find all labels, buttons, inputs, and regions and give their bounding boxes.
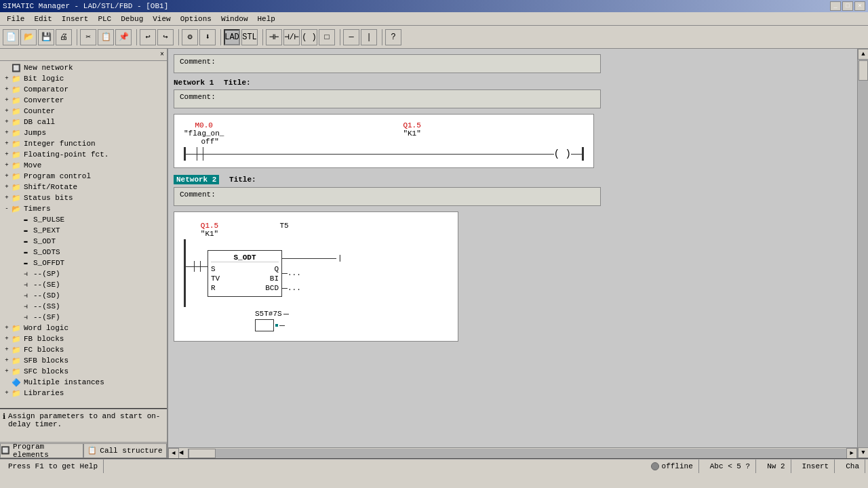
ncontact-button[interactable]: ⊣/⊢ [283, 29, 300, 45]
help-button[interactable]: ? [385, 29, 401, 45]
sidebar-item-shift-rotate[interactable]: + 📁 Shift/Rotate [1, 182, 165, 192]
menu-window[interactable]: Window [217, 14, 252, 24]
horizontal-scrollbar[interactable]: ◄ ◄ ► [168, 447, 857, 458]
bcd-wire [282, 288, 288, 289]
sidebar-item-se[interactable]: ⊣ --(SE) [1, 279, 165, 290]
undo-button[interactable]: ↩ [140, 29, 156, 45]
sidebar-item-s-odt[interactable]: ▬ S_ODT [1, 236, 165, 247]
sidebar-item-move[interactable]: + 📁 Move [1, 160, 165, 171]
sidebar-item-counter[interactable]: + 📁 Counter [1, 106, 165, 117]
menu-insert[interactable]: Insert [58, 14, 93, 24]
cut-button[interactable]: ✂ [80, 29, 96, 45]
sidebar-item-bit-logic[interactable]: + 📁 Bit logic [1, 73, 165, 84]
sidebar-item-db-call[interactable]: + 📁 DB call [1, 117, 165, 127]
input-connections: S5T#7S [184, 310, 448, 331]
pin-bi-label: BI [270, 274, 279, 283]
sidebar-item-integer-function[interactable]: + 📁 Integer function [1, 138, 165, 149]
program-elements-button[interactable]: 🔲 Program elements [0, 443, 83, 458]
sidebar-item-timers[interactable]: - 📂 Timers [1, 203, 165, 214]
toolbar-sep-1 [75, 29, 77, 45]
scroll-down-button[interactable]: ▼ [858, 447, 868, 458]
new-button[interactable]: 📄 [3, 29, 19, 45]
maximize-button[interactable]: □ [842, 1, 853, 11]
vline-button[interactable]: | [361, 29, 377, 45]
sfb-blocks-icon: 📁 [11, 356, 22, 365]
sidebar-item-status-bits[interactable]: + 📁 Status bits [1, 192, 165, 203]
hline-button[interactable]: — [343, 29, 359, 45]
coil-symbol: ( ) [554, 149, 571, 159]
reset-box[interactable] [255, 319, 274, 331]
scroll-left-arrow2[interactable]: ◄ [179, 449, 189, 458]
sidebar-item-converter[interactable]: + 📁 Converter [1, 95, 165, 106]
paste-button[interactable]: 📌 [115, 29, 132, 45]
sidebar-item-sf[interactable]: ⊣ --(SF) [1, 312, 165, 323]
sidebar-item-sfc-blocks[interactable]: + 📁 SFC blocks [1, 366, 165, 377]
top-comment-box[interactable]: Comment: [174, 54, 601, 73]
sidebar-item-fc-blocks[interactable]: + 📁 FC blocks [1, 344, 165, 355]
sidebar-item-jumps[interactable]: + 📁 Jumps [1, 127, 165, 138]
hscroll-track[interactable] [189, 449, 846, 458]
sidebar-item-fb-blocks[interactable]: + 📁 FB blocks [1, 333, 165, 344]
menu-debug[interactable]: Debug [117, 14, 147, 24]
minimize-button[interactable]: _ [830, 1, 841, 11]
program-elements-icon: 🔲 [1, 446, 10, 455]
sidebar-item-s-offdt[interactable]: ▬ S_OFFDT [1, 258, 165, 268]
menu-plc[interactable]: PLC [94, 14, 115, 24]
coil-char: ( ) [554, 149, 571, 159]
sidebar-item-s-odts[interactable]: ▬ S_ODTS [1, 247, 165, 258]
sidebar-item-word-logic[interactable]: + 📁 Word logic [1, 323, 165, 333]
download-button[interactable]: ⬇ [199, 29, 216, 45]
compile-button[interactable]: ⚙ [182, 29, 198, 45]
stl-button[interactable]: STL [241, 29, 258, 45]
sidebar-item-s-pulse[interactable]: ▬ S_PULSE [1, 214, 165, 225]
menu-file[interactable]: File [3, 14, 28, 24]
sidebar-item-sd[interactable]: ⊣ --(SD) [1, 290, 165, 301]
close-button[interactable]: × [854, 1, 865, 11]
status-bits-icon: 📁 [11, 193, 22, 203]
open-button[interactable]: 📂 [20, 29, 37, 45]
scroll-left-button[interactable]: ◄ [168, 448, 179, 459]
hscroll-thumb[interactable] [189, 449, 216, 458]
sidebar-item-floating-point[interactable]: + 📁 Floating-point fct. [1, 149, 165, 160]
sidebar-tree[interactable]: 🔲 New network + 📁 Bit logic + 📁 Comparat… [0, 61, 167, 408]
sidebar-item-libraries[interactable]: + 📁 Libraries [1, 388, 165, 399]
network-2-comment[interactable]: Comment: [174, 187, 601, 206]
scroll-up-button[interactable]: ▲ [858, 49, 868, 60]
menu-edit[interactable]: Edit [30, 14, 56, 24]
sidebar-item-sfb-blocks[interactable]: + 📁 SFB blocks [1, 355, 165, 366]
network-2-section: Network 2 Title: Comment: Q1.5 "K [174, 175, 852, 342]
network-1-comment[interactable]: Comment: [174, 89, 601, 108]
sidebar-item-s-pext[interactable]: ▬ S_PEXT [1, 225, 165, 236]
contact-name: "flag_on_ [184, 129, 224, 138]
sidebar-item-multiple-instances[interactable]: 🔷 Multiple instances [1, 377, 165, 388]
vertical-scrollbar[interactable]: ▲ ▼ [857, 49, 868, 458]
box-button[interactable]: □ [319, 29, 335, 45]
sidebar-close-button[interactable]: × [160, 51, 164, 58]
sidebar-item-program-control[interactable]: + 📁 Program control [1, 171, 165, 182]
vscroll-track[interactable] [858, 60, 868, 447]
sidebar-item-ss[interactable]: ⊣ --(SS) [1, 301, 165, 312]
menu-help[interactable]: Help [253, 14, 279, 24]
copy-button[interactable]: 📋 [98, 29, 114, 45]
menu-view[interactable]: View [149, 14, 174, 24]
scroll-right-button[interactable]: ► [846, 448, 857, 459]
status-insert: Insert [797, 460, 835, 473]
print-button[interactable]: 🖨 [56, 29, 72, 45]
sidebar-item-new-network[interactable]: 🔲 New network [1, 62, 165, 73]
vscroll-thumb[interactable] [859, 60, 868, 81]
status-bar: Press F1 to get Help offline Abc < 5 ? N… [0, 458, 868, 473]
content-scroll[interactable]: Comment: Network 1 Title: Comment: [168, 49, 857, 447]
save-button[interactable]: 💾 [38, 29, 54, 45]
sidebar-item-sp[interactable]: ⊣ --(SP) [1, 268, 165, 279]
coil-button[interactable]: ( ) [301, 29, 317, 45]
contact-button[interactable]: ⊣⊢ [266, 29, 282, 45]
call-structure-button[interactable]: 📋 Call structure [83, 443, 167, 458]
pin-bcd-label: BCD [265, 284, 279, 292]
menu-options[interactable]: Options [176, 14, 216, 24]
network-2-badge: Network 2 [174, 175, 219, 184]
redo-button[interactable]: ↪ [157, 29, 174, 45]
sidebar-item-comparator[interactable]: + 📁 Comparator [1, 84, 165, 95]
toolbar-sep-4 [218, 29, 221, 45]
lad-button[interactable]: LAD [224, 29, 240, 45]
network-2-ladder: Q1.5 "K1" T5 [174, 211, 458, 342]
